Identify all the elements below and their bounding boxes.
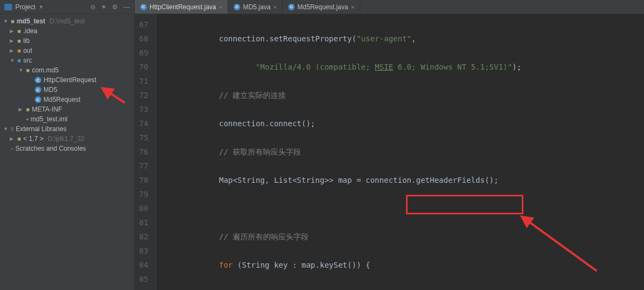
chevron-right-icon[interactable]: ▶ [10,38,15,44]
code-editor[interactable]: 67686970717273747576777879808182838485 c… [135,14,644,290]
editor-tabs-bar: Project ▼ ⊖ ✦ ⚙ — C HttpClientRequest.ja… [0,0,644,14]
tree-label: HttpClientRequest [43,76,96,84]
project-icon [4,4,12,10]
tree-label: < 1.7 > [23,135,43,143]
project-tree[interactable]: ▼ ■ md5_test D:\md5_test ▶ ■ .idea ▶ ■ l… [0,14,134,290]
project-sidebar: ▼ ■ md5_test D:\md5_test ▶ ■ .idea ▶ ■ l… [0,14,135,290]
main-area: ▼ ■ md5_test D:\md5_test ▶ ■ .idea ▶ ■ l… [0,14,644,290]
tree-item-src[interactable]: ▼ ■ src [0,55,134,65]
tab-label: MD5.java [243,3,271,11]
chevron-down-icon[interactable]: ▼ [18,67,24,73]
tree-item-jdk[interactable]: ▶ ■ < 1.7 > D:\jdk1.7_32 [0,134,134,144]
tree-item-idea[interactable]: ▶ ■ .idea [0,26,134,36]
chevron-down-icon[interactable]: ▼ [10,58,15,63]
close-icon[interactable]: × [273,4,277,10]
gear-icon[interactable]: ⚙ [112,3,118,11]
tab-httpclientrequest[interactable]: C HttpClientRequest.java × [135,0,228,14]
sidebar-tools: ⊖ ✦ ⚙ — [90,3,130,11]
chevron-right-icon[interactable]: ▶ [10,136,15,141]
tree-scratches[interactable]: ▫ Scratches and Consoles [0,144,134,153]
scratches-icon: ▫ [11,145,13,152]
source-folder-icon: ■ [17,57,21,64]
tree-item-class-md5[interactable]: C MD5 [0,85,134,95]
folder-icon: ■ [17,47,21,54]
tree-label: src [23,57,32,64]
tree-label: com.md5 [32,66,59,74]
tree-item-out[interactable]: ▶ ■ out [0,46,134,55]
project-title: Project [15,3,35,11]
collapse-icon[interactable]: ⊖ [90,3,96,11]
close-icon[interactable]: × [219,4,222,10]
chevron-down-icon[interactable]: ▼ [39,4,43,10]
close-icon[interactable]: × [351,4,354,10]
folder-icon: ■ [17,38,21,44]
chevron-right-icon[interactable]: ▶ [10,48,15,53]
tree-label: out [23,47,33,54]
tree-label: Md5Request [43,96,80,103]
chevron-down-icon[interactable]: ▼ [3,18,9,24]
class-icon: C [35,87,41,93]
tree-item-class-httpclientrequest[interactable]: C HttpClientRequest [0,75,134,85]
tab-md5request[interactable]: C Md5Request.java × [283,0,360,14]
class-icon: C [234,4,240,10]
hide-icon[interactable]: — [123,3,130,11]
tree-label: md5_test [17,17,46,25]
target-icon[interactable]: ✦ [101,3,107,11]
tree-label: md5_test.iml [30,115,67,123]
line-gutter: 67686970717273747576777879808182838485 [135,14,157,290]
tree-item-class-md5request[interactable]: C Md5Request [0,95,134,104]
tree-item-iml[interactable]: ▪ md5_test.iml [0,114,134,124]
tree-label: .idea [23,27,37,35]
class-icon: C [35,77,41,83]
class-icon: C [288,4,295,10]
file-icon: ▪ [26,115,28,123]
tree-root[interactable]: ▼ ■ md5_test D:\md5_test [0,16,134,26]
chevron-down-icon[interactable]: ▼ [3,126,9,132]
tree-label: lib [23,37,30,45]
tab-md5[interactable]: C MD5.java × [228,0,283,14]
tree-external-libraries[interactable]: ▼ ⫴ External Libraries [0,124,134,134]
folder-icon: ■ [26,106,30,113]
jdk-icon: ■ [17,135,21,142]
project-tool-header[interactable]: Project ▼ ⊖ ✦ ⚙ — [0,0,134,14]
module-icon: ■ [11,18,15,24]
tree-label: External Libraries [16,125,66,133]
libraries-icon: ⫴ [11,125,14,133]
tree-path: D:\jdk1.7_32 [48,135,84,143]
chevron-right-icon[interactable]: ▶ [10,28,15,34]
tree-label: META-INF [32,106,62,113]
class-icon: C [35,96,41,103]
tree-item-package[interactable]: ▼ ■ com.md5 [0,65,134,75]
tree-label: Scratches and Consoles [15,145,86,152]
tree-item-metainf[interactable]: ▶ ■ META-INF [0,104,134,114]
class-icon: C [140,4,147,10]
chevron-right-icon[interactable]: ▶ [18,107,24,112]
folder-icon: ■ [17,28,21,34]
package-icon: ■ [26,67,30,73]
code-area[interactable]: connection.setRequestProperty("user-agen… [157,14,644,290]
tree-item-lib[interactable]: ▶ ■ lib [0,36,134,46]
tree-path: D:\md5_test [49,17,85,25]
tab-label: Md5Request.java [297,3,348,11]
tab-label: HttpClientRequest.java [149,3,216,11]
tree-label: MD5 [43,86,57,94]
